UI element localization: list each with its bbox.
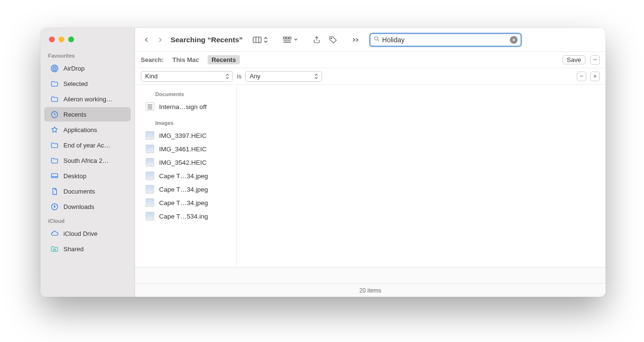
- file-name: IMG_3461.HEIC: [159, 146, 207, 153]
- search-input[interactable]: [380, 36, 510, 44]
- document-thumb-icon: [146, 102, 154, 111]
- svg-point-12: [374, 37, 378, 40]
- image-thumb-icon: [146, 198, 154, 207]
- sidebar-item-selected[interactable]: Selected: [44, 76, 131, 91]
- image-thumb-icon: [146, 171, 154, 180]
- forward-button[interactable]: [154, 33, 166, 47]
- view-columns-button[interactable]: [249, 33, 271, 47]
- svg-point-0: [53, 67, 55, 69]
- file-name: IMG_3397.HEIC: [159, 132, 207, 139]
- sidebar-item-label: Applications: [63, 126, 97, 134]
- svg-rect-9: [286, 37, 288, 39]
- shared-icon: [50, 244, 59, 253]
- criteria-attribute-select[interactable]: Kind: [141, 71, 233, 82]
- zoom-button[interactable]: [68, 37, 74, 42]
- criteria-value-select[interactable]: Any: [245, 71, 322, 82]
- sidebar-item-desktop[interactable]: Desktop: [44, 169, 131, 183]
- clear-search-button[interactable]: [510, 36, 518, 44]
- add-criteria-button[interactable]: +: [590, 72, 600, 81]
- status-bar: 20 items: [135, 283, 606, 297]
- sidebar-item-shared[interactable]: Shared: [44, 242, 131, 256]
- file-row[interactable]: IMG_3542.HEIC: [135, 156, 236, 169]
- file-row[interactable]: Cape T…34.jpeg: [135, 183, 236, 196]
- file-row[interactable]: Cape T…534.ing: [135, 209, 236, 223]
- sidebar-item-label: End of year Ac…: [63, 142, 111, 149]
- applications-icon: [50, 125, 59, 134]
- svg-rect-10: [289, 37, 291, 39]
- criteria-value: Any: [249, 73, 260, 80]
- toolbar-overflow-button[interactable]: [349, 33, 362, 47]
- sidebar-item-airdrop[interactable]: AirDrop: [44, 61, 131, 75]
- sidebar-item-label: Selected: [63, 80, 88, 87]
- criteria-attribute-value: Kind: [145, 73, 158, 80]
- svg-rect-7: [253, 37, 261, 43]
- svg-rect-8: [284, 37, 285, 39]
- results-column[interactable]: Documents Interna…sign off Images IMG_33…: [135, 85, 237, 267]
- cloud-icon: [50, 229, 59, 238]
- tags-button[interactable]: [326, 33, 340, 47]
- sidebar-item-aileron[interactable]: Aileron working…: [44, 92, 131, 106]
- scope-this-mac[interactable]: This Mac: [169, 55, 203, 64]
- file-row[interactable]: Cape T…34.jpeg: [135, 196, 236, 209]
- path-bar: [135, 267, 606, 283]
- sidebar-item-label: Shared: [63, 245, 84, 253]
- folder-icon: [50, 141, 59, 149]
- file-name: Cape T…34.jpeg: [159, 199, 208, 207]
- file-row[interactable]: IMG_3461.HEIC: [135, 142, 236, 156]
- sidebar: Favourites AirDrop Selected Aileron work…: [40, 28, 135, 297]
- document-icon: [50, 187, 59, 195]
- criteria-bar: Kind is Any − +: [135, 68, 606, 85]
- save-search-button[interactable]: Save: [562, 55, 585, 64]
- folder-icon: [50, 95, 59, 103]
- remove-criteria-button[interactable]: −: [577, 72, 586, 81]
- sidebar-item-documents[interactable]: Documents: [44, 184, 131, 198]
- preview-column: [237, 85, 606, 267]
- sidebar-item-label: Aileron working…: [63, 96, 112, 103]
- minimize-button[interactable]: [59, 37, 64, 42]
- svg-point-1: [52, 66, 56, 70]
- desktop-icon: [50, 171, 59, 180]
- file-name: IMG_3542.HEIC: [159, 159, 207, 166]
- scope-bar: Search: This Mac Recents Save −: [135, 52, 606, 68]
- sidebar-item-recents[interactable]: Recents: [44, 107, 131, 122]
- file-row[interactable]: Cape T…34.jpeg: [135, 169, 236, 183]
- sidebar-item-downloads[interactable]: Downloads: [44, 199, 131, 214]
- airdrop-icon: [50, 64, 59, 73]
- folder-icon: [50, 79, 59, 88]
- finder-window: Favourites AirDrop Selected Aileron work…: [40, 28, 606, 297]
- svg-point-11: [331, 37, 332, 38]
- scope-recents[interactable]: Recents: [208, 55, 240, 64]
- window-title: Searching “Recents”: [171, 36, 243, 44]
- criteria-operator-label: is: [237, 73, 241, 80]
- image-thumb-icon: [146, 145, 154, 153]
- downloads-icon: [50, 202, 59, 211]
- sidebar-item-label: iCloud Drive: [63, 230, 98, 237]
- sidebar-item-label: South Africa 2…: [63, 157, 109, 164]
- image-thumb-icon: [146, 158, 154, 167]
- group-images-label: Images: [135, 113, 236, 129]
- share-button[interactable]: [310, 33, 324, 47]
- group-documents-label: Documents: [135, 85, 236, 100]
- image-thumb-icon: [146, 212, 154, 220]
- content-area: Documents Interna…sign off Images IMG_33…: [135, 85, 606, 267]
- image-thumb-icon: [146, 131, 154, 140]
- group-by-button[interactable]: [280, 33, 301, 47]
- main-pane: Searching “Recents”: [135, 28, 606, 297]
- file-row[interactable]: IMG_3397.HEIC: [135, 129, 236, 142]
- remove-scope-button[interactable]: −: [590, 55, 600, 65]
- sidebar-item-applications[interactable]: Applications: [44, 122, 131, 137]
- sidebar-section-icloud-label: iCloud: [40, 214, 135, 226]
- sidebar-section-favourites-label: Favourites: [40, 49, 135, 61]
- sidebar-item-south-africa[interactable]: South Africa 2…: [44, 153, 131, 168]
- sidebar-item-icloud-drive[interactable]: iCloud Drive: [44, 226, 131, 241]
- image-thumb-icon: [146, 185, 154, 194]
- sidebar-item-end-of-year[interactable]: End of year Ac…: [44, 138, 131, 152]
- folder-icon: [50, 156, 59, 165]
- back-button[interactable]: [141, 33, 152, 47]
- file-row[interactable]: Interna…sign off: [135, 100, 236, 113]
- file-name: Cape T…534.ing: [159, 213, 208, 220]
- clock-icon: [50, 110, 59, 119]
- close-button[interactable]: [49, 37, 55, 42]
- sidebar-item-label: Downloads: [63, 203, 94, 210]
- sidebar-item-label: Documents: [63, 188, 95, 195]
